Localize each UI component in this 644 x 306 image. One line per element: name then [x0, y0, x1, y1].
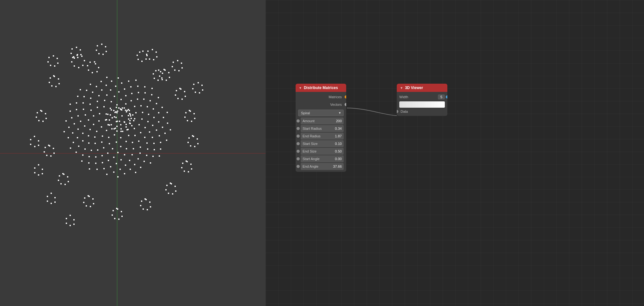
spiral-dot: [154, 78, 155, 79]
spiral-dot-gen: [142, 112, 143, 113]
viewer-width-value[interactable]: 5: [438, 94, 445, 99]
field-end-angle-container: End Angle 37.66: [301, 163, 344, 170]
spiral-dot-gen: [97, 107, 98, 108]
socket-start-angle[interactable]: [297, 157, 300, 160]
field-start-size[interactable]: Start Size 0.10: [301, 140, 344, 147]
spiral-dot-gen: [103, 147, 104, 148]
spiral-dot-gen: [70, 147, 71, 149]
socket-matrices-output[interactable]: [345, 95, 346, 99]
spiral-dot: [198, 82, 199, 83]
socket-end-angle[interactable]: [297, 165, 300, 168]
spiral-dot: [73, 56, 74, 57]
socket-amount[interactable]: [297, 119, 300, 123]
field-end-angle-value: 37.66: [333, 165, 342, 168]
spiral-dot: [116, 107, 117, 108]
viewer-color-bar[interactable]: [399, 101, 445, 108]
viewport-3d[interactable]: [0, 0, 266, 306]
spiral-dot: [153, 73, 154, 75]
field-end-size[interactable]: End Size 0.50: [301, 148, 344, 155]
spiral-dot: [38, 164, 39, 165]
spiral-dot-gen: [144, 137, 145, 138]
spiral-dot: [146, 55, 148, 56]
spiral-dot: [155, 70, 156, 71]
spiral-dot-gen: [144, 92, 146, 93]
spiral-dot: [201, 85, 203, 86]
spiral-dot: [66, 218, 67, 219]
spiral-dot: [112, 214, 113, 216]
spiral-dot-gen: [101, 126, 102, 128]
spiral-dot-gen: [112, 117, 113, 118]
socket-data-input[interactable]: [397, 110, 398, 113]
spiral-dot: [94, 61, 95, 63]
spiral-dot: [141, 61, 143, 62]
spiral-dot-gen: [166, 140, 167, 141]
spiral-dot-gen: [91, 150, 92, 151]
spiral-dot: [47, 61, 49, 63]
spiral-dot: [122, 131, 123, 132]
socket-end-size[interactable]: [297, 150, 300, 153]
socket-start-size[interactable]: [297, 142, 300, 145]
collapse-arrow-icon[interactable]: ▼: [299, 86, 302, 90]
spiral-dot-gen: [149, 131, 150, 133]
spiral-dot: [53, 153, 55, 154]
spiral-dot-gen: [82, 154, 83, 156]
field-end-radius[interactable]: End Radius 1.87: [301, 133, 344, 140]
spiral-dot: [194, 118, 195, 119]
spiral-dot: [172, 193, 173, 195]
field-start-radius[interactable]: Start Radius 0.34: [301, 125, 344, 132]
spiral-dot-gen: [144, 161, 145, 162]
spiral-dot-gen: [125, 103, 126, 105]
socket-start-radius[interactable]: [297, 127, 300, 130]
spiral-dot-gen: [135, 80, 137, 81]
spiral-dropdown[interactable]: Spiral ▾: [298, 110, 344, 116]
spiral-dot-gen: [158, 121, 159, 123]
spiral-dot: [116, 208, 117, 209]
field-amount[interactable]: Amount 200: [301, 117, 344, 124]
spiral-dot: [156, 56, 157, 57]
spiral-dot-gen: [95, 163, 96, 164]
spiral-dot: [53, 148, 54, 149]
spiral-dot-gen: [130, 86, 132, 87]
spiral-dot: [144, 198, 146, 200]
spiral-dot: [70, 215, 71, 216]
spiral-dot: [162, 73, 163, 74]
spiral-dot: [177, 60, 178, 61]
spiral-dot-gen: [97, 149, 98, 151]
output-matrices-label: Matrices: [298, 95, 344, 99]
spiral-dot: [57, 63, 58, 64]
spiral-dot-gen: [82, 140, 83, 141]
spiral-dot-gen: [88, 135, 89, 136]
spiral-dot-gen: [98, 120, 100, 122]
spiral-dot: [126, 126, 127, 128]
field-end-size-value: 0.50: [335, 149, 342, 153]
spiral-dot-gen: [134, 135, 136, 136]
spiral-dot: [166, 80, 167, 81]
spiral-dot: [137, 55, 138, 56]
node-distribute-title: Distribute Matrices: [304, 86, 338, 90]
spiral-dot: [42, 121, 44, 122]
spiral-dot-gen: [141, 118, 143, 120]
spiral-dot: [34, 136, 35, 137]
node-editor[interactable]: ▼ Distribute Matrices Matrices Vectors S…: [266, 0, 644, 306]
spiral-dot-gen: [109, 143, 110, 144]
spiral-dot-gen: [103, 168, 105, 169]
spiral-dot-gen: [167, 123, 168, 124]
spiral-dot-gen: [158, 112, 159, 113]
spiral-dot: [53, 75, 54, 76]
socket-end-radius[interactable]: [297, 135, 300, 138]
socket-vectors-output[interactable]: [345, 103, 346, 106]
field-end-angle[interactable]: End Angle 37.66: [301, 163, 344, 170]
spiral-dot: [188, 171, 189, 172]
spiral-dot: [80, 54, 82, 55]
node-distribute-matrices[interactable]: ▼ Distribute Matrices Matrices Vectors S…: [296, 84, 346, 172]
spiral-dot: [175, 186, 176, 187]
field-start-angle[interactable]: Start Angle 0.00: [301, 155, 344, 162]
spiral-dot: [168, 193, 169, 194]
collapse-arrow-viewer-icon[interactable]: ▼: [400, 86, 403, 90]
spiral-dot: [128, 118, 129, 120]
node-3d-viewer[interactable]: ▼ 3D Viewer Width 5 Data: [397, 84, 447, 116]
viewer-data-row: Data: [397, 108, 447, 115]
spiral-dot-gen: [138, 124, 140, 125]
spiral-dot: [126, 111, 127, 112]
socket-width-right[interactable]: [446, 95, 447, 99]
